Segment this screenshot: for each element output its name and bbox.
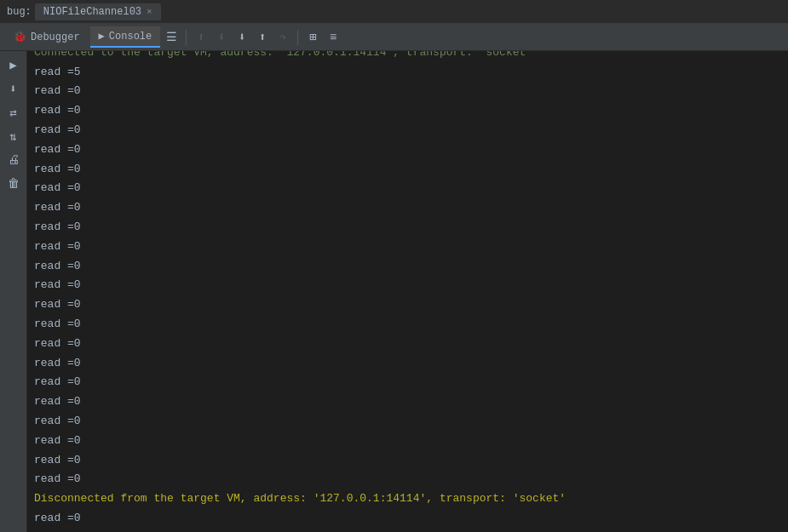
console-line: read =0 [27, 315, 788, 335]
print-btn[interactable]: 🖨 [3, 150, 24, 170]
file-tab[interactable]: NIOFileChannel03 × [35, 3, 161, 20]
console-output: D:\environment\jdk1.8.0_311\bin\java.exe… [27, 51, 788, 532]
console-line: read =0 [27, 295, 788, 315]
main-area: ▶ ⬇ ⇄ ⇅ 🖨 🗑 D:\environment\jdk1.8.0_311\… [0, 51, 788, 532]
scroll-up-btn[interactable]: ⬆ [192, 28, 210, 47]
delete-btn[interactable]: 🗑 [3, 174, 24, 194]
title-prefix: bug: [7, 6, 32, 18]
console-icon: ▶ [99, 30, 105, 43]
console-line: read =0 [27, 101, 788, 121]
console-line: read =0 [27, 198, 788, 218]
console-line: read =0 [27, 121, 788, 140]
divider1 [186, 30, 187, 45]
console-label: Console [109, 31, 152, 43]
console-line: read =0 [27, 392, 788, 412]
console-line: read =0 [27, 412, 788, 432]
download-btn[interactable]: ⬇ [3, 78, 24, 99]
console-line: Disconnected from the target VM, address… [27, 489, 788, 509]
tab-label: NIOFileChannel03 [43, 6, 141, 18]
left-sidebar: ▶ ⬇ ⇄ ⇅ 🖨 🗑 [0, 51, 27, 532]
console-line: read =0 [27, 432, 788, 451]
title-bar: bug: NIOFileChannel03 × [0, 0, 788, 24]
console-line: read =0 [27, 257, 788, 277]
grid-btn[interactable]: ⊞ [303, 28, 322, 47]
tab-close-icon[interactable]: × [147, 7, 152, 17]
console-line: read =0 [27, 509, 788, 529]
console-line: read =0 [27, 373, 788, 392]
move-down-btn[interactable]: ⬇ [233, 28, 251, 47]
menu-icon[interactable]: ☰ [162, 28, 181, 47]
step-btn[interactable]: ↷ [273, 28, 292, 47]
console-line: read =0 [27, 237, 788, 257]
console-line: Connected to the target VM, address: '12… [27, 51, 788, 63]
sort-btn[interactable]: ⇅ [3, 126, 24, 146]
scroll-down-btn[interactable]: ⬇ [212, 28, 231, 47]
console-line: read =0 [27, 276, 788, 295]
tab-console[interactable]: ▶ Console [90, 26, 161, 48]
swap-btn[interactable]: ⇄ [3, 102, 24, 123]
console-line: read =0 [27, 451, 788, 471]
debugger-label: Debugger [31, 31, 80, 43]
console-line: read =0 [27, 140, 788, 160]
console-line: read =0 [27, 354, 788, 374]
console-line: read =0 [27, 218, 788, 237]
console-line: read =0 [27, 179, 788, 198]
console-line: read =0 [27, 160, 788, 180]
console-line: read =0 [27, 82, 788, 101]
tab-debugger[interactable]: 🐞 Debugger [5, 27, 89, 47]
console-line: read =0 [27, 470, 788, 489]
bug-icon: 🐞 [14, 31, 26, 43]
lines-btn[interactable]: ≡ [324, 28, 342, 47]
console-line: read =0 [27, 335, 788, 354]
move-up-btn[interactable]: ⬆ [253, 28, 272, 47]
console-line: read =5 [27, 63, 788, 83]
play-btn[interactable]: ▶ [3, 54, 24, 75]
toolbar: 🐞 Debugger ▶ Console ☰ ⬆ ⬇ ⬇ ⬆ ↷ ⊞ ≡ [0, 24, 788, 51]
divider2 [297, 30, 298, 45]
